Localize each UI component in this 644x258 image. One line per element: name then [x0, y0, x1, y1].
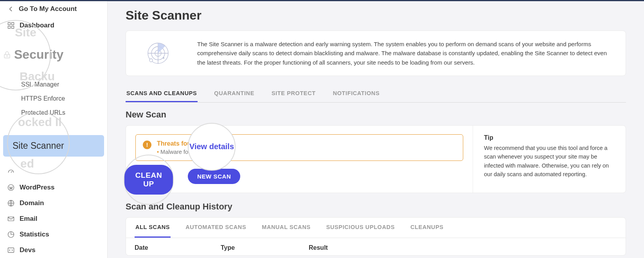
- htab-all-scans[interactable]: ALL SCANS: [135, 218, 171, 238]
- view-details-link[interactable]: View details: [189, 142, 234, 151]
- svg-point-16: [149, 59, 153, 62]
- nav-subitem-site-scanner[interactable]: Site Scanner: [3, 135, 104, 157]
- intro-text: The Site Scanner is a malware detection …: [197, 40, 613, 67]
- htab-automated[interactable]: AUTOMATED SCANS: [185, 218, 247, 238]
- history-heading: Scan and Cleanup History: [126, 202, 626, 212]
- tab-quarantine[interactable]: QUARANTINE: [213, 85, 255, 102]
- svg-rect-0: [8, 23, 11, 25]
- tip-text: We recommend that you use this tool and …: [484, 144, 615, 179]
- nav-item-domain[interactable]: Domain: [0, 195, 107, 211]
- tab-site-protect[interactable]: SITE PROTECT: [271, 85, 317, 102]
- wordpress-icon: [7, 184, 15, 191]
- nav-item-wordpress[interactable]: WordPress: [0, 180, 107, 195]
- history-tabs: ALL SCANS AUTOMATED SCANS MANUAL SCANS S…: [126, 218, 626, 238]
- tab-scans-cleanups[interactable]: SCANS AND CLEANUPS: [126, 85, 198, 102]
- nav-label: Statistics: [20, 231, 49, 238]
- arrow-left-icon: [7, 5, 15, 13]
- new-scan-button[interactable]: NEW SCAN: [188, 169, 240, 184]
- scan-right-pane: Tip We recommend that you use this tool …: [473, 126, 626, 193]
- new-scan-card: ! Threats foun Malware fou NEW SCAN View…: [126, 125, 626, 193]
- scan-buttons: NEW SCAN: [135, 169, 463, 184]
- threat-alert: ! Threats foun Malware fou: [135, 134, 463, 161]
- nav-label: Dashboard: [20, 22, 54, 29]
- svg-rect-3: [12, 26, 14, 29]
- grid-icon: [7, 22, 15, 29]
- nav-label: Devs: [20, 246, 36, 254]
- col-result: Result: [309, 244, 617, 251]
- main-content: Site Scanner The Site Scanner is a malwa…: [108, 1, 644, 258]
- code-icon: [7, 246, 15, 254]
- primary-tabs: SCANS AND CLEANUPS QUARANTINE SITE PROTE…: [126, 85, 626, 103]
- nav-item-statistics[interactable]: Statistics: [0, 227, 107, 242]
- svg-point-17: [163, 57, 164, 59]
- zoom-circle-clean-up: CLEAN UP: [124, 155, 174, 205]
- mail-icon: [7, 215, 15, 223]
- history-card: ALL SCANS AUTOMATED SCANS MANUAL SCANS S…: [126, 217, 626, 256]
- sidebar: Go To My Account Dashboard Site Security…: [0, 1, 108, 258]
- svg-rect-8: [8, 217, 14, 221]
- new-scan-heading: New Scan: [126, 110, 626, 120]
- nav-item-devs[interactable]: Devs: [0, 242, 107, 258]
- nav-subitem-https-enforce[interactable]: HTTPS Enforce: [0, 92, 107, 106]
- nav-label: Email: [20, 215, 37, 223]
- nav-item-dashboard[interactable]: Dashboard: [0, 18, 107, 33]
- alert-icon: !: [143, 141, 151, 149]
- nav-subitem-protected-urls[interactable]: Protected URLs: [0, 106, 107, 120]
- nav-item-speed[interactable]: [0, 166, 107, 180]
- nav-label: WordPress: [20, 184, 54, 191]
- htab-cleanups[interactable]: CLEANUPS: [410, 218, 444, 238]
- zoom-circle-view-details: View details: [188, 123, 236, 171]
- nav-label: Domain: [20, 199, 44, 207]
- radar-icon: [139, 41, 178, 66]
- tip-title: Tip: [484, 134, 615, 141]
- lock-icon: [2, 50, 12, 61]
- scan-left-pane: ! Threats foun Malware fou NEW SCAN View…: [126, 126, 473, 193]
- svg-rect-1: [12, 23, 14, 25]
- go-to-account-label: Go To My Account: [19, 5, 77, 13]
- svg-rect-2: [8, 26, 11, 29]
- svg-rect-10: [8, 248, 14, 253]
- clean-up-button[interactable]: CLEAN UP: [124, 165, 173, 195]
- globe-icon: [7, 199, 15, 207]
- page-title: Site Scanner: [126, 8, 626, 23]
- svg-point-5: [7, 56, 7, 56]
- nav-subitem-ssl-manager[interactable]: SSL Manager: [0, 78, 107, 92]
- col-type: Type: [221, 244, 309, 251]
- htab-suspicious[interactable]: SUSPICIOUS UPLOADS: [326, 218, 396, 238]
- go-to-account-link[interactable]: Go To My Account: [0, 1, 107, 18]
- htab-manual[interactable]: MANUAL SCANS: [261, 218, 311, 238]
- intro-card: The Site Scanner is a malware detection …: [126, 31, 626, 76]
- history-table-header: Date Type Result: [126, 238, 626, 255]
- nav-item-email[interactable]: Email: [0, 211, 107, 227]
- tab-notifications[interactable]: NOTIFICATIONS: [332, 85, 381, 102]
- gauge-icon: [7, 168, 15, 176]
- pie-chart-icon: [7, 231, 15, 238]
- col-date: Date: [135, 244, 221, 251]
